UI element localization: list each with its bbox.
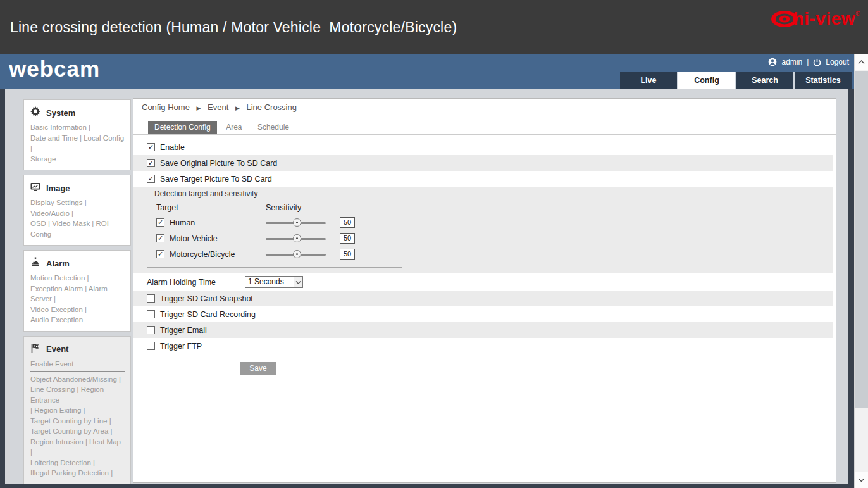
sidebar-link[interactable]: Date and Time | Local Config | [30, 133, 125, 154]
hiview-logo: hi-view® [769, 8, 860, 30]
scrollbar-thumb[interactable] [855, 71, 868, 408]
vertical-scrollbar[interactable] [854, 54, 868, 488]
sidebar-section-event: Event Enable Event Object Abandoned/Miss… [23, 336, 131, 485]
webcam-logo: webcam [9, 56, 100, 82]
human-sensitivity-value[interactable]: 50 [340, 217, 355, 228]
sidebar-title-event: Event [46, 344, 68, 354]
human-sensitivity-slider[interactable] [266, 218, 326, 227]
main-panel: Config Home ▶ Event ▶ Line Crossing Dete… [133, 98, 836, 483]
sidebar-link[interactable]: Storage [30, 154, 125, 165]
trigger-row-ftp: Trigger FTP [133, 338, 833, 354]
motor-vehicle-checkbox[interactable]: ✓ [156, 234, 164, 242]
alarm-icon [30, 257, 40, 270]
trigger-sd-recording-checkbox[interactable] [147, 310, 155, 318]
subtab-schedule[interactable]: Schedule [251, 121, 295, 134]
motorcycle-bicycle-sensitivity-value[interactable]: 50 [340, 249, 355, 260]
event-icon [30, 343, 40, 356]
breadcrumb-arrow-icon: ▶ [235, 105, 240, 111]
motorcycle-bicycle-checkbox[interactable]: ✓ [156, 250, 164, 258]
sidebar-link[interactable]: Target Counting by Area | [30, 426, 125, 437]
target-label: Human [170, 218, 195, 227]
motor-vehicle-sensitivity-value[interactable]: 50 [340, 233, 355, 244]
trigger-label: Trigger SD Card Snapshot [160, 294, 253, 303]
detection-target-band: Detection target and sensitivity Target … [133, 187, 833, 273]
trigger-row-email: Trigger Email [133, 322, 833, 338]
breadcrumb: Config Home ▶ Event ▶ Line Crossing [133, 99, 836, 116]
sidebar-section-alarm: Alarm Motion Detection | Exception Alarm… [23, 250, 131, 332]
tab-config[interactable]: Config [678, 72, 735, 89]
alarm-holding-time-select[interactable]: 1 Seconds [245, 276, 303, 288]
trigger-label: Trigger FTP [160, 342, 202, 351]
option-label: Save Original Picture To SD Card [160, 159, 277, 168]
detection-target-fieldset: Detection target and sensitivity Target … [147, 194, 402, 268]
breadcrumb-event[interactable]: Event [208, 103, 228, 112]
titlebar: Line crossing detection (Human / Motor V… [0, 0, 868, 54]
tab-search[interactable]: Search [736, 72, 793, 89]
option-row-enable: ✓ Enable [133, 139, 833, 155]
image-icon [30, 182, 40, 194]
detection-row-human: ✓ Human 50 [147, 215, 402, 230]
scroll-up-icon[interactable] [855, 54, 868, 70]
option-label: Enable [160, 143, 185, 152]
trigger-label: Trigger Email [160, 326, 207, 335]
sidebar-link-enable-event[interactable]: Enable Event [30, 359, 125, 369]
sidebar-link[interactable]: Audio Exception [30, 315, 125, 325]
user-divider: | [807, 58, 809, 66]
sidebar-link[interactable]: Illegal Parking Detection | [30, 468, 125, 479]
chevron-down-icon[interactable] [294, 277, 302, 287]
breadcrumb-arrow-icon: ▶ [197, 105, 201, 111]
breadcrumb-config-home[interactable]: Config Home [142, 103, 190, 112]
sidebar-link[interactable]: Video Exception | [30, 304, 125, 315]
enable-checkbox[interactable]: ✓ [147, 143, 155, 151]
sidebar-link[interactable]: Exception Alarm | Alarm Server | [30, 284, 125, 304]
content-frame: System Basic Information | Date and Time… [0, 89, 854, 488]
sidebar-link[interactable]: Motion Detection | [30, 273, 125, 284]
sidebar-link-line-crossing[interactable]: Line Crossing | Region Entrance [30, 384, 125, 405]
divider [30, 371, 125, 372]
human-checkbox[interactable]: ✓ [156, 218, 164, 227]
slider-thumb[interactable] [293, 234, 301, 242]
tab-statistics[interactable]: Statistics [795, 72, 852, 89]
column-target: Target [156, 203, 266, 212]
trigger-label: Trigger SD Card Recording [160, 310, 256, 319]
trigger-sd-snapshot-checkbox[interactable] [147, 294, 155, 303]
sidebar-link[interactable]: | Region Exiting | [30, 405, 125, 416]
tab-live[interactable]: Live [620, 72, 677, 89]
save-button[interactable]: Save [240, 362, 276, 375]
subtab-area[interactable]: Area [220, 121, 248, 134]
sidebar-link[interactable]: Region Intrusion | Heat Map | [30, 437, 125, 458]
trigger-email-checkbox[interactable] [147, 326, 155, 334]
motorcycle-bicycle-sensitivity-slider[interactable] [266, 250, 326, 259]
sidebar-title-image: Image [46, 184, 70, 193]
save-original-picture-checkbox[interactable]: ✓ [147, 159, 155, 167]
trigger-ftp-checkbox[interactable] [147, 342, 155, 350]
option-row-save-original: ✓ Save Original Picture To SD Card [133, 155, 833, 171]
slider-thumb[interactable] [293, 218, 301, 227]
sidebar-link[interactable]: Target Counting by Line | [30, 416, 125, 427]
power-icon [813, 58, 821, 66]
sidebar-link[interactable]: Display Settings | Video/Audio | [30, 197, 125, 218]
selected-value: 1 Seconds [245, 277, 294, 287]
user-icon [768, 58, 777, 66]
trigger-row-sd-snapshot: Trigger SD Card Snapshot [133, 291, 833, 306]
breadcrumb-line-crossing: Line Crossing [246, 103, 297, 112]
user-bar: admin | Logout [768, 58, 849, 66]
scroll-down-icon[interactable] [855, 472, 868, 488]
slider-thumb[interactable] [293, 250, 301, 258]
motor-vehicle-sensitivity-slider[interactable] [266, 234, 326, 243]
alarm-holding-time-label: Alarm Holding Time [147, 278, 245, 287]
save-target-picture-checkbox[interactable]: ✓ [147, 175, 155, 183]
sidebar-section-image: Image Display Settings | Video/Audio | O… [23, 175, 131, 246]
sidebar-link[interactable]: Basic Information | [30, 122, 125, 133]
sidebar: System Basic Information | Date and Time… [23, 99, 131, 484]
sidebar-link[interactable]: Loitering Detection | [30, 458, 125, 468]
target-label: Motor Vehicle [170, 234, 218, 243]
detection-row-motorcycle-bicycle: ✓ Motorcycle/Bicycle 50 [147, 246, 402, 262]
sidebar-link[interactable]: OSD | Video Mask | ROI Config [30, 218, 125, 239]
option-row-save-target: ✓ Save Target Picture To SD Card [133, 171, 833, 187]
sidebar-link[interactable]: Object Abandoned/Missing | [30, 374, 125, 385]
detection-form: ✓ Enable ✓ Save Original Picture To SD C… [133, 135, 836, 375]
username[interactable]: admin [781, 58, 802, 66]
logout-button[interactable]: Logout [826, 58, 849, 66]
subtab-detection-config[interactable]: Detection Config [148, 121, 217, 134]
